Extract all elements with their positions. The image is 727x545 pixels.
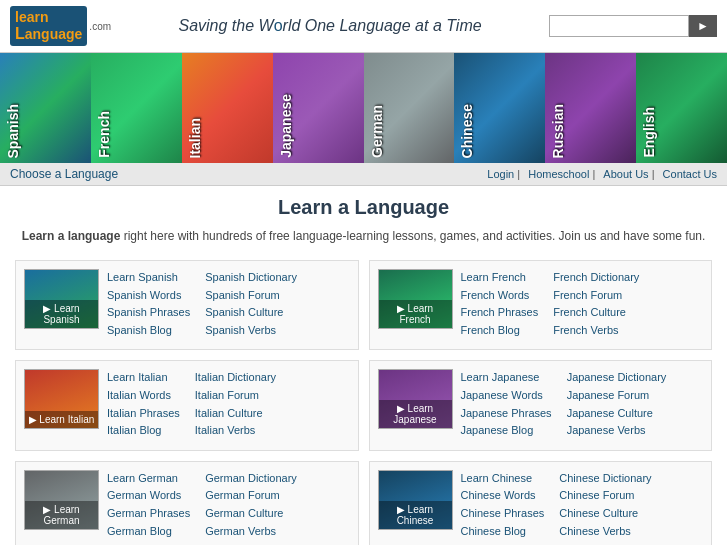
lang-links-row-1: Learn French French Words French Phrases… <box>461 269 640 339</box>
lang-card-chinese: ▶ Learn Chinese Learn Chinese Chinese Wo… <box>369 461 713 545</box>
japanese-dictionary-link[interactable]: Japanese Dictionary <box>567 371 667 383</box>
chinese-words-link[interactable]: Chinese Words <box>461 489 536 501</box>
lang-thumb-italian: ▶ Learn Italian <box>24 369 99 429</box>
italian-culture-link[interactable]: Italian Culture <box>195 407 263 419</box>
lang-links-col1: Learn Italian Italian Words Italian Phra… <box>107 369 180 439</box>
lang-thumb-french: ▶ Learn French <box>378 269 453 329</box>
banner-spanish[interactable]: Spanish <box>0 53 91 163</box>
learn-italian-link[interactable]: Learn Italian <box>107 371 168 383</box>
french-phrases-link[interactable]: French Phrases <box>461 306 539 318</box>
french-forum-link[interactable]: French Forum <box>553 289 622 301</box>
lang-thumb-chinese: ▶ Learn Chinese <box>378 470 453 530</box>
lang-links-col2: Chinese Dictionary Chinese Forum Chinese… <box>559 470 651 540</box>
lang-links-row-1: Learn Italian Italian Words Italian Phra… <box>107 369 276 439</box>
lang-links-col2: Italian Dictionary Italian Forum Italian… <box>195 369 276 439</box>
spanish-verbs-link[interactable]: Spanish Verbs <box>205 324 276 336</box>
banner-japanese[interactable]: Japanese <box>273 53 364 163</box>
chinese-verbs-link[interactable]: Chinese Verbs <box>559 525 631 537</box>
lang-links-col2: Spanish Dictionary Spanish Forum Spanish… <box>205 269 297 339</box>
search-input[interactable] <box>549 15 689 37</box>
german-blog-link[interactable]: German Blog <box>107 525 172 537</box>
about-link[interactable]: About Us <box>603 168 648 180</box>
chinese-phrases-link[interactable]: Chinese Phrases <box>461 507 545 519</box>
banner-label-english: English <box>641 107 657 158</box>
italian-words-link[interactable]: Italian Words <box>107 389 171 401</box>
chinese-dictionary-link[interactable]: Chinese Dictionary <box>559 472 651 484</box>
tagline: Saving the World One Language at a Time <box>111 17 549 35</box>
italian-verbs-link[interactable]: Italian Verbs <box>195 424 256 436</box>
banner-russian[interactable]: Russian <box>545 53 636 163</box>
banner-label-french: French <box>96 111 112 158</box>
thumb-label-spanish: ▶ Learn Spanish <box>25 300 98 328</box>
learn-french-link[interactable]: Learn French <box>461 271 526 283</box>
lang-links-french: Learn French French Words French Phrases… <box>461 269 640 341</box>
tagline-text: Saving the World One Language at a Time <box>178 17 481 34</box>
page-title: Learn a Language <box>15 196 712 219</box>
german-forum-link[interactable]: German Forum <box>205 489 280 501</box>
lang-links-col1: Learn Japanese Japanese Words Japanese P… <box>461 369 552 439</box>
spanish-culture-link[interactable]: Spanish Culture <box>205 306 283 318</box>
navbar: Choose a Language Login | Homeschool | A… <box>0 163 727 186</box>
intro-bold: Learn a language <box>22 229 121 243</box>
italian-forum-link[interactable]: Italian Forum <box>195 389 259 401</box>
banner-german[interactable]: German <box>364 53 455 163</box>
french-verbs-link[interactable]: French Verbs <box>553 324 618 336</box>
lang-links-chinese: Learn Chinese Chinese Words Chinese Phra… <box>461 470 652 542</box>
chinese-blog-link[interactable]: Chinese Blog <box>461 525 526 537</box>
search-button[interactable]: ► <box>689 15 717 37</box>
banner-label-spanish: Spanish <box>5 104 21 158</box>
spanish-words-link[interactable]: Spanish Words <box>107 289 181 301</box>
spanish-dictionary-link[interactable]: Spanish Dictionary <box>205 271 297 283</box>
search-area: ► <box>549 15 717 37</box>
french-dictionary-link[interactable]: French Dictionary <box>553 271 639 283</box>
header: learnLanguage .com Saving the World One … <box>0 0 727 53</box>
german-verbs-link[interactable]: German Verbs <box>205 525 276 537</box>
learn-german-link[interactable]: Learn German <box>107 472 178 484</box>
banner-italian[interactable]: Italian <box>182 53 273 163</box>
login-link[interactable]: Login <box>487 168 514 180</box>
german-dictionary-link[interactable]: German Dictionary <box>205 472 297 484</box>
chinese-forum-link[interactable]: Chinese Forum <box>559 489 634 501</box>
japanese-phrases-link[interactable]: Japanese Phrases <box>461 407 552 419</box>
lang-links-col1: Learn German German Words German Phrases… <box>107 470 190 540</box>
banner-chinese[interactable]: Chinese <box>454 53 545 163</box>
japanese-forum-link[interactable]: Japanese Forum <box>567 389 650 401</box>
learn-japanese-link[interactable]: Learn Japanese <box>461 371 540 383</box>
german-phrases-link[interactable]: German Phrases <box>107 507 190 519</box>
learn-spanish-link[interactable]: Learn Spanish <box>107 271 178 283</box>
german-words-link[interactable]: German Words <box>107 489 181 501</box>
italian-blog-link[interactable]: Italian Blog <box>107 424 161 436</box>
contact-link[interactable]: Contact Us <box>663 168 717 180</box>
spanish-forum-link[interactable]: Spanish Forum <box>205 289 280 301</box>
spanish-blog-link[interactable]: Spanish Blog <box>107 324 172 336</box>
lang-links-col2: German Dictionary German Forum German Cu… <box>205 470 297 540</box>
logo[interactable]: learnLanguage <box>10 6 87 46</box>
intro-text: Learn a language right here with hundred… <box>15 227 712 245</box>
lang-links-row-1: Learn German German Words German Phrases… <box>107 470 297 540</box>
lang-card-french: ▶ Learn French Learn French French Words… <box>369 260 713 350</box>
german-culture-link[interactable]: German Culture <box>205 507 283 519</box>
japanese-blog-link[interactable]: Japanese Blog <box>461 424 534 436</box>
banner-french[interactable]: French <box>91 53 182 163</box>
french-blog-link[interactable]: French Blog <box>461 324 520 336</box>
lang-links-col1: Learn Spanish Spanish Words Spanish Phra… <box>107 269 190 339</box>
choose-language-link[interactable]: Choose a Language <box>10 167 118 181</box>
lang-thumb-spanish: ▶ Learn Spanish <box>24 269 99 329</box>
learn-chinese-link[interactable]: Learn Chinese <box>461 472 533 484</box>
japanese-words-link[interactable]: Japanese Words <box>461 389 543 401</box>
italian-phrases-link[interactable]: Italian Phrases <box>107 407 180 419</box>
banner-english[interactable]: English <box>636 53 727 163</box>
homeschool-link[interactable]: Homeschool <box>528 168 589 180</box>
chinese-culture-link[interactable]: Chinese Culture <box>559 507 638 519</box>
italian-dictionary-link[interactable]: Italian Dictionary <box>195 371 276 383</box>
banner-label-japanese: Japanese <box>278 94 294 158</box>
japanese-verbs-link[interactable]: Japanese Verbs <box>567 424 646 436</box>
banner-label-russian: Russian <box>550 104 566 158</box>
japanese-culture-link[interactable]: Japanese Culture <box>567 407 653 419</box>
spanish-phrases-link[interactable]: Spanish Phrases <box>107 306 190 318</box>
top-links: Login | Homeschool | About Us | Contact … <box>482 168 717 180</box>
french-culture-link[interactable]: French Culture <box>553 306 626 318</box>
french-words-link[interactable]: French Words <box>461 289 530 301</box>
lang-links-japanese: Learn Japanese Japanese Words Japanese P… <box>461 369 667 441</box>
lang-links-col2: Japanese Dictionary Japanese Forum Japan… <box>567 369 667 439</box>
